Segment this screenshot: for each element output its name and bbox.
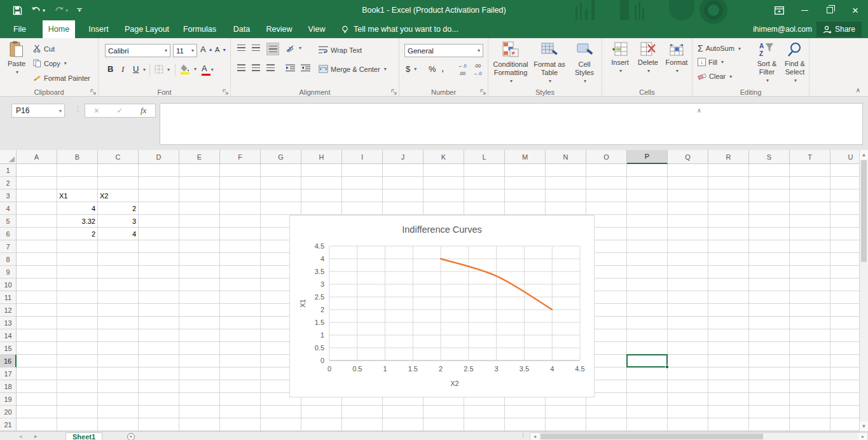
cell-Q14[interactable] [668, 329, 708, 342]
cell-P15[interactable] [627, 342, 668, 355]
cell-R20[interactable] [708, 406, 749, 418]
cell-P13[interactable] [627, 317, 668, 329]
cell-P7[interactable] [627, 240, 668, 253]
cell-B11[interactable] [57, 291, 98, 304]
cell-E15[interactable] [179, 342, 220, 355]
cell-S3[interactable] [749, 189, 790, 202]
cell-U20[interactable] [830, 406, 859, 418]
cell-D19[interactable] [139, 393, 179, 406]
cell-F3[interactable] [220, 189, 261, 202]
cell-T1[interactable] [790, 164, 830, 177]
cell-H20[interactable] [301, 406, 342, 418]
tell-me-box[interactable]: Tell me what you want to do... [341, 20, 458, 38]
clipboard-dialog-launcher[interactable] [90, 89, 97, 95]
cell-A17[interactable] [17, 368, 57, 380]
cell-C15[interactable] [98, 342, 139, 355]
column-header-H[interactable]: H [301, 150, 342, 164]
cell-R3[interactable] [708, 189, 749, 202]
cell-D8[interactable] [139, 253, 179, 266]
cell-E19[interactable] [179, 393, 220, 406]
cell-E21[interactable] [179, 418, 220, 431]
copy-dropdown[interactable]: ▾ [64, 60, 67, 66]
cell-E10[interactable] [179, 278, 220, 291]
cell-E5[interactable] [179, 215, 220, 228]
cell-D13[interactable] [139, 317, 179, 329]
bottom-align-button[interactable] [266, 43, 279, 55]
cell-D21[interactable] [139, 418, 179, 431]
font-color-button[interactable]: A ▾ [202, 64, 214, 75]
cell-L20[interactable] [464, 406, 505, 418]
sort-filter-button[interactable]: AZ Sort & Filter ▾ [752, 42, 782, 85]
cell-F16[interactable] [220, 355, 261, 368]
cell-Q5[interactable] [668, 215, 708, 228]
cell-J2[interactable] [383, 177, 424, 189]
cell-C2[interactable] [98, 177, 139, 189]
insert-function-button[interactable]: fx [141, 106, 146, 116]
cell-O4[interactable] [586, 202, 627, 215]
number-dialog-launcher[interactable] [480, 89, 486, 95]
cell-A4[interactable] [17, 202, 57, 215]
cell-U10[interactable] [830, 278, 859, 291]
cell-E16[interactable] [179, 355, 220, 368]
cell-P18[interactable] [627, 380, 668, 393]
cell-M2[interactable] [505, 177, 546, 189]
cell-R18[interactable] [708, 380, 749, 393]
column-header-Q[interactable]: Q [668, 150, 708, 164]
cell-S15[interactable] [749, 342, 790, 355]
cell-U13[interactable] [830, 317, 859, 329]
cell-A10[interactable] [17, 278, 57, 291]
cell-B13[interactable] [57, 317, 98, 329]
bold-button[interactable]: B [107, 64, 113, 74]
underline-dropdown[interactable]: ▾ [143, 67, 146, 72]
cell-E9[interactable] [179, 266, 220, 278]
cell-M21[interactable] [505, 418, 546, 431]
cell-P2[interactable] [627, 177, 668, 189]
cell-F20[interactable] [220, 406, 261, 418]
format-cells-dropdown[interactable]: ▾ [676, 67, 679, 75]
cell-S7[interactable] [749, 240, 790, 253]
autosum-button[interactable]: Σ AutoSum ▾ [698, 43, 741, 53]
cell-J3[interactable] [383, 189, 424, 202]
cell-F9[interactable] [220, 266, 261, 278]
cell-A20[interactable] [17, 406, 57, 418]
prev-sheet-button[interactable]: ◂ [19, 433, 22, 439]
align-left-button[interactable] [237, 64, 245, 71]
cell-T14[interactable] [790, 329, 830, 342]
cell-O21[interactable] [586, 418, 627, 431]
cell-K3[interactable] [424, 189, 464, 202]
cell-D1[interactable] [139, 164, 179, 177]
cell-P10[interactable] [627, 278, 668, 291]
column-header-B[interactable]: B [57, 150, 98, 164]
cell-U11[interactable] [830, 291, 859, 304]
column-header-D[interactable]: D [139, 150, 179, 164]
column-header-F[interactable]: F [220, 150, 261, 164]
cell-U4[interactable] [830, 202, 859, 215]
cell-K1[interactable] [424, 164, 464, 177]
cell-S13[interactable] [749, 317, 790, 329]
cell-D12[interactable] [139, 304, 179, 317]
cell-F14[interactable] [220, 329, 261, 342]
cell-A8[interactable] [17, 253, 57, 266]
cell-R8[interactable] [708, 253, 749, 266]
cell-U9[interactable] [830, 266, 859, 278]
font-family-combo[interactable]: Calibri▾ [105, 44, 170, 57]
cell-U1[interactable] [830, 164, 859, 177]
cell-E11[interactable] [179, 291, 220, 304]
column-header-C[interactable]: C [98, 150, 139, 164]
clear-dropdown[interactable]: ▾ [729, 74, 732, 79]
cell-R17[interactable] [708, 368, 749, 380]
cell-L1[interactable] [464, 164, 505, 177]
cell-H2[interactable] [301, 177, 342, 189]
copy-button[interactable]: Copy ▾ [33, 59, 67, 67]
column-header-G[interactable]: G [261, 150, 301, 164]
cell-B3[interactable]: X1 [57, 189, 98, 202]
cell-Q17[interactable] [668, 368, 708, 380]
cell-Q3[interactable] [668, 189, 708, 202]
column-header-A[interactable]: A [17, 150, 57, 164]
cell-Q2[interactable] [668, 177, 708, 189]
cell-H4[interactable] [301, 202, 342, 215]
column-header-I[interactable]: I [342, 150, 383, 164]
percent-style-button[interactable]: % [429, 64, 436, 74]
cell-Q15[interactable] [668, 342, 708, 355]
cell-T5[interactable] [790, 215, 830, 228]
